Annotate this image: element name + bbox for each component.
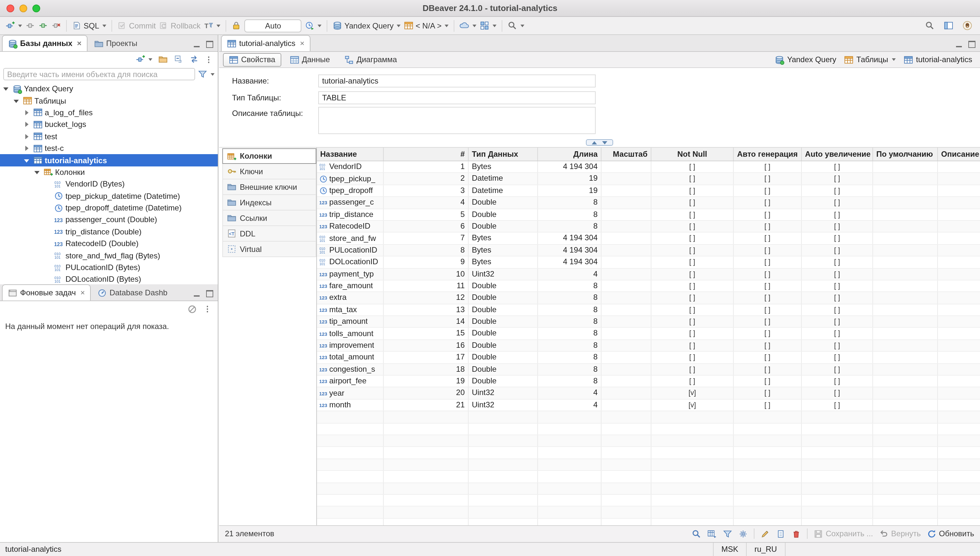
collapse-chevron-icon[interactable] — [3, 85, 10, 93]
cell-description[interactable] — [938, 185, 980, 197]
cell-num[interactable]: 18 — [384, 364, 469, 375]
tree-item-dolocationid-bytes[interactable]: 010101DOLocationID (Bytes) — [0, 274, 218, 284]
table-row-improvement[interactable]: 123improvement16Double8[ ][ ][ ] — [317, 340, 980, 352]
cloud-button[interactable] — [460, 21, 477, 31]
cell-name[interactable]: 123RatecodeID — [317, 221, 384, 232]
cell-auto_gen[interactable]: [ ] — [734, 233, 802, 244]
cell-not_null[interactable]: [ ] — [651, 268, 734, 280]
cell-scale[interactable] — [601, 352, 651, 363]
cell-type[interactable]: Double — [469, 304, 538, 315]
name-field[interactable] — [318, 74, 596, 87]
table-row-year[interactable]: 123year20Uint324[v][ ][ ] — [317, 388, 980, 399]
cell-length[interactable]: 8 — [538, 197, 601, 208]
cell-not_null[interactable]: [v] — [651, 388, 734, 399]
cell-name[interactable]: 123passenger_c — [317, 197, 384, 208]
cell-description[interactable] — [938, 268, 980, 280]
minimize-editor-icon[interactable] — [956, 41, 963, 47]
cell-length[interactable]: 4 — [538, 268, 601, 280]
cell-auto_gen[interactable]: [ ] — [734, 161, 802, 173]
subtab-diagram[interactable]: Диаграмма — [339, 53, 403, 66]
cell-scale[interactable] — [601, 340, 651, 351]
tab-database-dashboard[interactable]: Database Dashb — [91, 284, 173, 301]
cell-not_null[interactable]: [ ] — [651, 316, 734, 327]
cell-num[interactable]: 15 — [384, 328, 469, 339]
cell-type[interactable]: Double — [469, 293, 538, 304]
cell-scale[interactable] — [601, 173, 651, 184]
revert-button[interactable]: Вернуть — [879, 529, 921, 538]
nav-link-editor-button[interactable] — [189, 54, 199, 64]
cell-auto_inc[interactable]: [ ] — [802, 399, 873, 411]
cell-length[interactable]: 8 — [538, 209, 601, 220]
cell-type[interactable]: Uint32 — [469, 399, 538, 411]
cell-num[interactable]: 14 — [384, 316, 469, 327]
close-tab-icon[interactable]: × — [80, 289, 85, 297]
edit-column-button[interactable] — [760, 529, 770, 538]
close-tab-icon[interactable]: × — [77, 39, 81, 47]
tab-background-tasks[interactable]: Фоновые задач × — [2, 284, 91, 301]
nav-more-menu[interactable]: ⋮ — [205, 55, 212, 63]
column-header-по-умолчанию[interactable]: По умолчанию — [873, 148, 938, 161]
cell-length[interactable]: 4 194 304 — [538, 161, 601, 173]
cell-auto_inc[interactable]: [ ] — [802, 185, 873, 197]
cell-scale[interactable] — [601, 280, 651, 292]
minimize-window-button[interactable] — [19, 5, 27, 12]
cell-description[interactable] — [938, 280, 980, 292]
tree-item-vendorid-bytes[interactable]: 010101VendorID (Bytes) — [0, 178, 218, 190]
nav-collapse-all-button[interactable] — [174, 54, 183, 64]
table-row-dolocationid[interactable]: 010101DOLocationID9Bytes4 194 304[ ][ ][… — [317, 257, 980, 268]
cell-default[interactable] — [873, 197, 938, 208]
cell-auto_inc[interactable]: [ ] — [802, 316, 873, 327]
rollback-button[interactable]: Rollback — [159, 21, 201, 31]
cell-type[interactable]: Uint32 — [469, 268, 538, 280]
table-row-extra[interactable]: 123extra12Double8[ ][ ][ ] — [317, 293, 980, 304]
grid-settings-button[interactable] — [738, 529, 748, 538]
cell-description[interactable] — [938, 209, 980, 220]
cell-name[interactable]: 123year — [317, 388, 384, 399]
cell-auto_gen[interactable]: [ ] — [734, 257, 802, 268]
cell-name[interactable]: 123congestion_s — [317, 364, 384, 375]
tree-item-test-c[interactable]: test-c — [0, 142, 218, 154]
maximize-panel-icon[interactable] — [206, 41, 213, 47]
cell-length[interactable]: 4 194 304 — [538, 257, 601, 268]
cell-description[interactable] — [938, 244, 980, 256]
cell-length[interactable]: 8 — [538, 221, 601, 232]
cell-type[interactable]: Uint32 — [469, 388, 538, 399]
tree-item-tutorial-analytics[interactable]: tutorial-analytics — [0, 154, 218, 166]
search-menu-button[interactable] — [508, 21, 525, 31]
maximize-panel-icon[interactable] — [206, 290, 213, 297]
transaction-mode-select[interactable]: Auto — [245, 19, 302, 32]
cell-auto_gen[interactable]: [ ] — [734, 244, 802, 256]
cell-default[interactable] — [873, 399, 938, 411]
grid-panels-button[interactable] — [707, 529, 717, 538]
table-row-total-amount[interactable]: 123total_amount17Double8[ ][ ][ ] — [317, 352, 980, 364]
cell-length[interactable]: 4 — [538, 399, 601, 411]
cell-description[interactable] — [938, 316, 980, 327]
cell-scale[interactable] — [601, 233, 651, 244]
cell-length[interactable]: 8 — [538, 293, 601, 304]
tree-item-колонки[interactable]: Колонки — [0, 166, 218, 178]
expand-chevron-icon[interactable] — [23, 144, 31, 152]
cell-description[interactable] — [938, 221, 980, 232]
column-header-auto-увеличение[interactable]: Auto увеличение — [802, 148, 873, 161]
cell-num[interactable]: 1 — [384, 161, 469, 173]
cell-scale[interactable] — [601, 316, 651, 327]
cell-type[interactable]: Double — [469, 197, 538, 208]
cell-type[interactable]: Datetime — [469, 173, 538, 184]
cell-scale[interactable] — [601, 185, 651, 197]
cell-num[interactable]: 9 — [384, 257, 469, 268]
table-row-payment-typ[interactable]: 123payment_typ10Uint324[ ][ ][ ] — [317, 268, 980, 280]
tree-item-a-log-of-files[interactable]: a_log_of_files — [0, 107, 218, 119]
cell-default[interactable] — [873, 388, 938, 399]
save-button[interactable]: Сохранить ... — [813, 529, 873, 538]
cell-name[interactable]: 123tolls_amount — [317, 328, 384, 339]
cell-description[interactable] — [938, 161, 980, 173]
cell-not_null[interactable]: [ ] — [651, 340, 734, 351]
cell-auto_inc[interactable]: [ ] — [802, 244, 873, 256]
cell-not_null[interactable]: [ ] — [651, 233, 734, 244]
table-row-trip-distance[interactable]: 123trip_distance5Double8[ ][ ][ ] — [317, 209, 980, 221]
disconnect-button[interactable] — [51, 21, 61, 31]
context-object[interactable]: tutorial-analytics — [904, 55, 972, 65]
cell-type[interactable]: Double — [469, 364, 538, 375]
cell-type[interactable]: Double — [469, 209, 538, 220]
transaction-history-button[interactable] — [305, 21, 322, 31]
